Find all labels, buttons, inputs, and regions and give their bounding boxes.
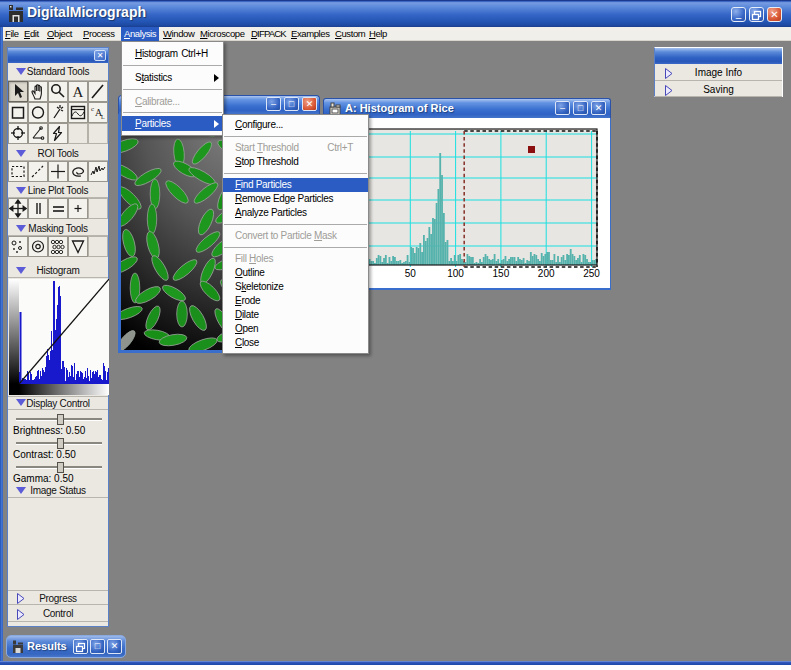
svg-text:c: c <box>91 105 94 113</box>
svg-text:A: A <box>73 84 84 100</box>
svg-text:50: 50 <box>405 268 417 279</box>
svg-text:200: 200 <box>538 268 555 279</box>
svg-text:L: L <box>101 114 105 120</box>
svg-text:100: 100 <box>447 268 464 279</box>
svg-text:150: 150 <box>493 268 510 279</box>
svg-text:250: 250 <box>583 268 600 279</box>
